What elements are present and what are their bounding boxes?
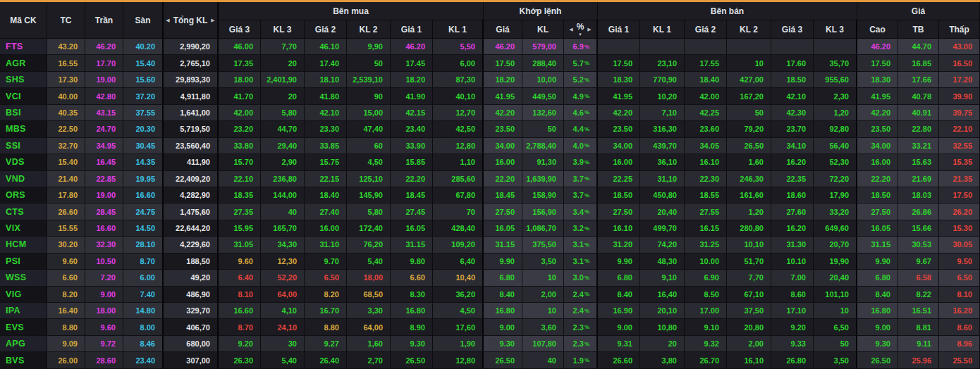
stock-code[interactable]: IPA <box>0 303 47 319</box>
sell-price-3[interactable]: 22.35 <box>771 171 814 187</box>
lowest-price[interactable]: 8.60 <box>939 319 980 335</box>
buy-volume-2[interactable]: 50 <box>347 55 391 71</box>
lowest-price[interactable]: 17.20 <box>939 72 980 88</box>
lowest-price[interactable]: 39.75 <box>939 105 980 121</box>
highest-price[interactable]: 6.80 <box>857 270 898 286</box>
sell-price-2[interactable]: 6.90 <box>685 270 727 286</box>
reference-price[interactable]: 16.55 <box>47 55 85 71</box>
highest-price[interactable]: 34.00 <box>857 138 898 154</box>
sell-price-2[interactable]: 23.60 <box>685 121 727 137</box>
reference-price[interactable]: 22.50 <box>47 121 85 137</box>
sell-volume-2[interactable]: 51,70 <box>727 254 771 270</box>
average-price[interactable]: 40.78 <box>898 88 939 104</box>
sell-price-1[interactable]: 16.00 <box>598 154 640 170</box>
sell-volume-2[interactable]: 161,60 <box>727 187 771 204</box>
stock-code[interactable]: FTS <box>0 39 47 55</box>
stock-code[interactable]: APG <box>0 336 47 352</box>
reference-price[interactable]: 16.40 <box>47 303 85 319</box>
sell-price-3[interactable]: 10.10 <box>771 254 814 270</box>
move-column-right-icon[interactable]: ▶ <box>584 27 594 32</box>
matched-price[interactable]: 34.00 <box>484 138 522 154</box>
buy-volume-2[interactable]: 145,90 <box>347 187 391 204</box>
matched-volume[interactable]: 579,00 <box>522 39 564 55</box>
header-buy-price-2[interactable]: Giá 2 <box>305 20 347 39</box>
floor-price[interactable]: 14.35 <box>123 154 164 170</box>
sell-volume-3[interactable]: 2,30 <box>814 88 857 104</box>
sell-volume-1[interactable]: 439,70 <box>640 138 685 154</box>
buy-price-1[interactable]: 27.45 <box>391 204 433 220</box>
sell-volume-1[interactable]: 10,80 <box>640 319 685 335</box>
reference-price[interactable]: 40.00 <box>47 88 85 104</box>
buy-volume-1[interactable]: 67,80 <box>433 187 484 204</box>
header-stock-code[interactable]: Mã CK <box>0 2 47 39</box>
buy-volume-3[interactable]: 64,00 <box>261 287 305 303</box>
sell-price-2[interactable]: 8.50 <box>685 287 727 303</box>
buy-price-2[interactable]: 23.30 <box>305 121 347 137</box>
sell-volume-3[interactable]: 35,70 <box>814 55 857 71</box>
sell-volume-3[interactable]: 50 <box>814 336 857 352</box>
percent-sort-control[interactable]: % ▼ <box>577 23 584 37</box>
buy-volume-3[interactable]: 165,70 <box>261 220 305 237</box>
buy-price-3[interactable]: 46.00 <box>219 39 261 55</box>
buy-price-2[interactable]: 31.10 <box>305 237 347 253</box>
buy-volume-1[interactable]: 40,10 <box>433 88 484 104</box>
sell-price-3[interactable] <box>771 39 814 55</box>
buy-price-3[interactable]: 31.05 <box>219 237 261 253</box>
matched-volume[interactable]: 449,50 <box>522 88 564 104</box>
floor-price[interactable]: 14.50 <box>123 220 164 237</box>
sell-price-1[interactable]: 9.31 <box>598 336 640 352</box>
ceiling-price[interactable]: 9.00 <box>85 287 123 303</box>
highest-price[interactable]: 26.50 <box>857 352 898 368</box>
stock-code[interactable]: AGR <box>0 55 47 71</box>
matched-price[interactable]: 23.50 <box>484 121 522 137</box>
matched-volume[interactable]: 1,639,90 <box>522 171 564 187</box>
buy-volume-3[interactable]: 12,30 <box>261 254 305 270</box>
buy-price-1[interactable]: 16.05 <box>391 220 433 237</box>
floor-price[interactable]: 14.80 <box>123 303 164 319</box>
buy-price-1[interactable]: 16.80 <box>391 303 433 319</box>
sell-price-3[interactable]: 42.10 <box>771 88 814 104</box>
stock-code[interactable]: VIG <box>0 287 47 303</box>
ceiling-price[interactable]: 32.30 <box>85 237 123 253</box>
reference-price[interactable]: 8.80 <box>47 319 85 335</box>
buy-volume-1[interactable]: 6,00 <box>433 55 484 71</box>
matched-percent-change[interactable]: 5.2% <box>564 72 598 88</box>
buy-price-3[interactable]: 33.80 <box>219 138 261 154</box>
header-buy-volume-1[interactable]: KL 1 <box>433 20 484 39</box>
stock-code[interactable]: SHS <box>0 72 47 88</box>
matched-percent-change[interactable]: 3.0% <box>564 270 598 286</box>
matched-volume[interactable]: 10 <box>522 270 564 286</box>
header-buy-volume-3[interactable]: KL 3 <box>261 20 305 39</box>
stock-code[interactable]: MBS <box>0 121 47 137</box>
sell-volume-1[interactable]: 74,20 <box>640 237 685 253</box>
buy-price-2[interactable]: 41.80 <box>305 88 347 104</box>
sell-price-1[interactable]: 42.20 <box>598 105 640 121</box>
sell-volume-2[interactable]: 2,00 <box>727 336 771 352</box>
sell-price-2[interactable]: 34.05 <box>685 138 727 154</box>
buy-volume-2[interactable]: 68,50 <box>347 287 391 303</box>
buy-price-1[interactable]: 6.60 <box>391 270 433 286</box>
total-volume[interactable]: 4,282,90 <box>164 187 219 204</box>
sell-volume-1[interactable]: 7,10 <box>640 105 685 121</box>
buy-volume-2[interactable]: 47,40 <box>347 121 391 137</box>
buy-volume-1[interactable]: 285,60 <box>433 171 484 187</box>
buy-volume-3[interactable]: 29,40 <box>261 138 305 154</box>
buy-price-2[interactable]: 9.27 <box>305 336 347 352</box>
matched-price[interactable]: 26.50 <box>484 352 522 368</box>
sell-price-3[interactable]: 34.10 <box>771 138 814 154</box>
sell-volume-2[interactable]: 1,60 <box>727 154 771 170</box>
floor-price[interactable]: 16.60 <box>123 187 164 204</box>
sell-volume-1[interactable]: 48,30 <box>640 254 685 270</box>
buy-price-3[interactable]: 27.35 <box>219 204 261 220</box>
ceiling-price[interactable]: 34.95 <box>85 138 123 154</box>
total-volume[interactable]: 49,20 <box>164 270 219 286</box>
matched-price[interactable]: 8.40 <box>484 287 522 303</box>
sell-volume-2[interactable]: 67,10 <box>727 287 771 303</box>
sell-volume-3[interactable]: 3,50 <box>814 352 857 368</box>
ceiling-price[interactable]: 28.60 <box>85 352 123 368</box>
buy-volume-3[interactable]: 34,30 <box>261 237 305 253</box>
sell-price-2[interactable]: 22.30 <box>685 171 727 187</box>
floor-price[interactable]: 37.20 <box>123 88 164 104</box>
sell-volume-3[interactable]: 6,50 <box>814 319 857 335</box>
sell-price-1[interactable]: 16.90 <box>598 303 640 319</box>
